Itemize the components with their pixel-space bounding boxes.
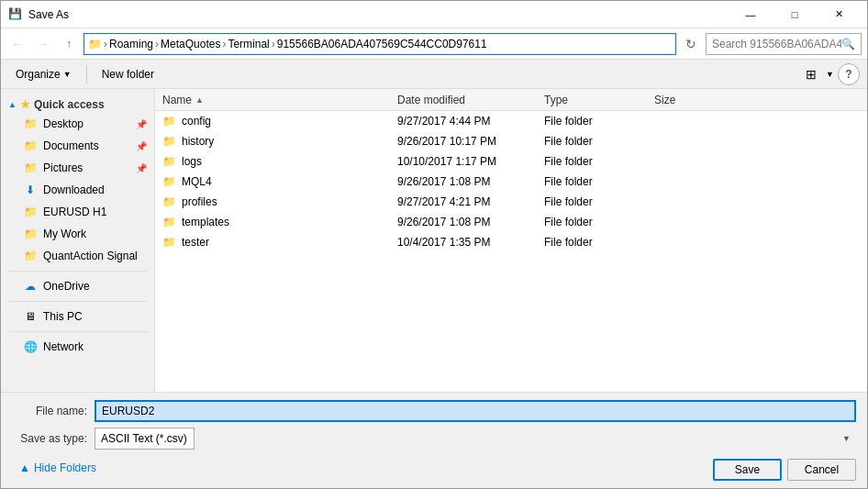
file-icon: 📁	[162, 155, 176, 168]
quantaction-folder-icon: 📁	[23, 249, 38, 263]
table-row[interactable]: 📁MQL4 9/26/2017 1:08 PM File folder	[155, 172, 867, 192]
table-row[interactable]: 📁config 9/27/2017 4:44 PM File folder	[155, 111, 867, 131]
window-icon: 💾	[8, 7, 23, 22]
file-date: 10/4/2017 1:35 PM	[397, 236, 544, 249]
save-as-dialog: 💾 Save As — □ ✕ ← → ↑ 📁 › Roaming › Meta…	[0, 0, 868, 489]
sidebar-item-my-work[interactable]: 📁 My Work	[1, 223, 154, 245]
column-header-size[interactable]: Size	[654, 94, 728, 106]
sidebar-divider-2	[8, 301, 147, 302]
quick-access-star-icon: ★	[20, 98, 30, 111]
breadcrumb-metaquotes[interactable]: MetaQuotes	[161, 38, 220, 50]
file-type: File folder	[544, 175, 654, 188]
organize-button[interactable]: Organize ▼	[8, 63, 79, 85]
help-label: ?	[845, 68, 851, 81]
view-toggle-button[interactable]: ⊞	[800, 63, 822, 85]
sidebar-item-quantaction[interactable]: 📁 QuantAction Signal	[1, 245, 154, 267]
up-button[interactable]: ↑	[58, 33, 80, 55]
help-button[interactable]: ?	[838, 63, 860, 85]
quick-access-label: Quick access	[34, 98, 105, 111]
hide-folders-label: Hide Folders	[34, 461, 96, 474]
file-name-input[interactable]	[95, 400, 856, 422]
documents-folder-icon: 📁	[23, 139, 38, 153]
toolbar-separator	[86, 65, 87, 83]
sidebar-item-onedrive-label: OneDrive	[43, 280, 90, 293]
close-button[interactable]: ✕	[818, 1, 860, 28]
sidebar-item-downloaded[interactable]: ⬇ Downloaded	[1, 179, 154, 201]
file-list: Name ▲ Date modified Type Size 📁config 9…	[155, 89, 867, 392]
hide-folders-chevron-icon: ▲	[19, 461, 30, 474]
file-date: 9/27/2017 4:21 PM	[397, 195, 544, 208]
quick-access-header[interactable]: ▲ ★ Quick access	[1, 93, 154, 113]
pictures-pin-icon: 📌	[136, 163, 147, 173]
network-icon: 🌐	[23, 339, 38, 354]
column-header-date[interactable]: Date modified	[397, 94, 544, 106]
sidebar-item-desktop[interactable]: 📁 Desktop 📌	[1, 113, 154, 135]
file-name: profiles	[182, 195, 217, 208]
file-icon: 📁	[162, 135, 176, 148]
breadcrumb-terminal[interactable]: Terminal	[228, 38, 269, 50]
bottom-bar: File name: Save as type: ASCII Text (*.c…	[1, 392, 867, 488]
breadcrumb-folder-icon: 📁	[88, 38, 102, 50]
table-row[interactable]: 📁templates 9/26/2017 1:08 PM File folder	[155, 212, 867, 232]
file-name: config	[182, 115, 211, 128]
forward-button[interactable]: →	[32, 33, 54, 55]
sidebar-item-quantaction-label: QuantAction Signal	[43, 250, 138, 262]
new-folder-button[interactable]: New folder	[95, 63, 161, 85]
save-as-type-select[interactable]: ASCII Text (*.csv)	[95, 428, 195, 450]
maximize-button[interactable]: □	[773, 1, 816, 28]
sidebar-item-pictures-label: Pictures	[43, 161, 83, 174]
table-row[interactable]: 📁tester 10/4/2017 1:35 PM File folder	[155, 232, 867, 252]
breadcrumb-bar[interactable]: 📁 › Roaming › MetaQuotes › Terminal › 91…	[83, 33, 676, 55]
minimize-button[interactable]: —	[729, 1, 772, 28]
table-row[interactable]: 📁history 9/26/2017 10:17 PM File folder	[155, 131, 867, 151]
sidebar-item-network[interactable]: 🌐 Network	[1, 336, 154, 358]
save-button[interactable]: Save	[713, 459, 782, 481]
breadcrumb-guid[interactable]: 915566BA06ADA407569C544CC0D97611	[277, 38, 487, 50]
search-box[interactable]: 🔍	[706, 33, 862, 55]
file-type: File folder	[544, 216, 654, 228]
file-date: 9/27/2017 4:44 PM	[397, 115, 544, 128]
window-controls: — □ ✕	[729, 1, 860, 28]
sort-indicator: ▲	[195, 95, 204, 105]
file-icon: 📁	[162, 216, 176, 228]
view-controls: ⊞ ▼ ?	[800, 63, 860, 85]
file-type: File folder	[544, 115, 654, 128]
file-date: 9/26/2017 1:08 PM	[397, 216, 544, 228]
sidebar-item-eurusd-h1[interactable]: 📁 EURUSD H1	[1, 201, 154, 223]
file-name-label: File name:	[12, 405, 95, 417]
sidebar-item-pictures[interactable]: 📁 Pictures 📌	[1, 157, 154, 179]
sidebar-item-onedrive[interactable]: ☁ OneDrive	[1, 275, 154, 297]
back-button[interactable]: ←	[6, 33, 28, 55]
refresh-button[interactable]: ↻	[680, 33, 702, 55]
file-date: 10/10/2017 1:17 PM	[397, 155, 544, 168]
cancel-button[interactable]: Cancel	[787, 459, 856, 481]
search-input[interactable]	[712, 38, 841, 50]
table-row[interactable]: 📁logs 10/10/2017 1:17 PM File folder	[155, 151, 867, 172]
sidebar-item-this-pc[interactable]: 🖥 This PC	[1, 306, 154, 328]
sidebar-item-eurusd-label: EURUSD H1	[43, 206, 106, 218]
column-header-type[interactable]: Type	[544, 94, 654, 106]
filename-row: File name:	[12, 400, 856, 422]
new-folder-label: New folder	[102, 68, 154, 81]
window-title: Save As	[28, 8, 69, 21]
file-type: File folder	[544, 155, 654, 168]
save-label: Save	[735, 463, 760, 476]
hide-folders-button[interactable]: ▲ Hide Folders	[12, 458, 104, 478]
file-type: File folder	[544, 195, 654, 208]
sidebar-item-documents[interactable]: 📁 Documents 📌	[1, 135, 154, 157]
table-row[interactable]: 📁profiles 9/27/2017 4:21 PM File folder	[155, 192, 867, 212]
sidebar-item-documents-label: Documents	[43, 139, 99, 152]
documents-pin-icon: 📌	[136, 141, 147, 151]
desktop-folder-icon: 📁	[23, 117, 38, 131]
sidebar: ▲ ★ Quick access 📁 Desktop 📌 📁 Documents…	[1, 89, 155, 392]
sidebar-item-this-pc-label: This PC	[43, 310, 83, 323]
view-chevron-icon: ▼	[826, 70, 834, 79]
file-list-header: Name ▲ Date modified Type Size	[155, 89, 867, 111]
file-type: File folder	[544, 135, 654, 148]
sidebar-item-my-work-label: My Work	[43, 228, 86, 240]
breadcrumb-roaming[interactable]: Roaming	[109, 38, 153, 50]
address-bar: ← → ↑ 📁 › Roaming › MetaQuotes › Termina…	[1, 28, 867, 60]
column-header-name[interactable]: Name ▲	[159, 94, 397, 106]
file-name: logs	[182, 155, 202, 168]
file-date: 9/26/2017 10:17 PM	[397, 135, 544, 148]
